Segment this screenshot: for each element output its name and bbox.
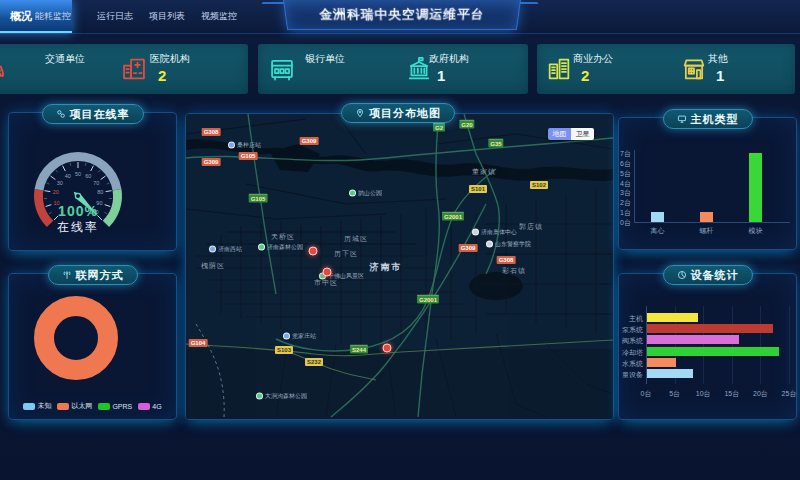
map-mode-卫星[interactable]: 卫星 [571,128,594,140]
gauge-tick-label: 80 [97,189,103,195]
map-place: 济南西站 [209,245,242,254]
stat-label: 银行单位 [305,52,345,66]
car-icon [0,55,7,83]
road-badge-G2001: G2001 [417,295,439,304]
road-badge-G104: G104 [189,339,208,347]
panel-title: 联网方式 [76,268,124,283]
legend-swatch [57,403,69,410]
place-dot [228,142,235,149]
y-category-label: 主机 [619,314,643,324]
stats-card: 商业办公2其他1 [537,44,795,94]
legend-item-GPRS[interactable]: GPRS [98,401,132,411]
y-tick-label: 0台 [620,218,631,228]
gauge-tick [56,170,58,172]
district-label: 彩石镇 [502,266,526,276]
place-label: 济南森林公园 [267,243,303,252]
panel-network-type-header: 联网方式 [48,265,138,285]
office-icon [545,55,573,83]
panel-project-map: G308G309G309G105G309G308G104G105G35G2G20… [185,113,614,420]
map-place: 党家庄站 [283,332,316,341]
platform-title-plate: 金洲科瑞中央空调运维平台 [283,0,521,30]
gauge-tick-label: 50 [75,171,81,177]
gridline [789,306,790,384]
place-label: 济南西站 [218,245,242,254]
y-tick-label: 4台 [620,179,631,189]
legend-item-4G[interactable]: 4G [138,401,161,411]
y-tick-label: 6台 [620,159,631,169]
legend-item-以太网[interactable]: 以太网 [57,401,92,411]
place-dot [283,333,290,340]
road-badge-G308: G308 [497,256,516,264]
bar-量设备 [647,369,693,378]
x-tick-label: 15台 [722,389,742,399]
y-tick-label: 1台 [620,208,631,218]
online-rate-value: 100% [13,203,143,219]
road-badge-G309: G309 [300,137,319,145]
online-rate-label: 在线率 [13,219,143,236]
map-place: 鹊山公园 [349,189,382,198]
gauge-tick-label: 20 [53,189,59,195]
x-tick-label: 0台 [636,389,656,399]
stat-count: 2 [581,67,589,84]
x-category-label: 模块 [739,226,772,236]
gauge-tick-label: 30 [57,180,63,186]
stat-label: 医院机构 [150,52,190,66]
gauge-tick [70,163,71,166]
monitor-icon [677,114,687,124]
network-legend: 未知以太网GPRS4G [9,401,176,411]
district-label: 历下区 [334,249,358,259]
road-badge-S101: S101 [469,185,487,193]
stat-label: 政府机构 [429,52,469,66]
bar-泵系统 [647,324,773,333]
page-title: 金洲科瑞中央空调运维平台 [284,0,520,28]
road-badge-S102: S102 [530,181,548,189]
y-category-label: 阀系统 [619,336,643,346]
district-label: 董家镇 [472,167,496,177]
tab-视频监控[interactable]: 视频监控 [191,0,247,33]
antenna-icon [62,270,72,280]
stat-count: 1 [716,67,724,84]
place-label: 济南奥体中心 [481,228,517,237]
panel-host-type: 主机类型 0台1台2台3台4台5台6台7台离心螺杆模块 [618,117,797,250]
panel-map-header: 项目分布地图 [341,103,455,123]
legend-item-未知[interactable]: 未知 [23,401,51,411]
gauge-tick [63,166,66,171]
panel-device-stats-header: 设备统计 [663,265,753,285]
map-pin-icon [355,108,365,118]
project-marker[interactable] [309,247,318,256]
gauge-tick [47,183,50,184]
legend-label: 4G [152,403,161,410]
link-icon [56,109,66,119]
project-marker[interactable] [383,344,392,353]
road-badge-G105: G105 [239,152,258,160]
donut-segment-ethernet [44,306,108,370]
map-mode-地图[interactable]: 地图 [548,128,571,140]
place-label: 山东警察学院 [495,240,531,249]
panel-online-rate-header: 项目在线率 [42,104,144,124]
place-dot [472,229,479,236]
bar-螺杆 [700,212,713,222]
legend-swatch [138,403,150,410]
road-badge-G308: G308 [202,128,221,136]
map-overlay: G308G309G309G105G309G308G104G105G35G2G20… [186,114,613,419]
legend-swatch [23,403,35,410]
gauge-tick [85,163,86,166]
road-badge-G105: G105 [249,194,268,203]
tab-能耗监控[interactable]: 能耗监控 [25,0,81,33]
gauge-hub [75,193,80,198]
stat-label: 交通单位 [45,52,85,66]
host-type-chart: 0台1台2台3台4台5台6台7台离心螺杆模块 [619,118,796,249]
district-label: 历城区 [344,234,368,244]
device-stats-chart: 0台5台10台15台20台25台主机泵系统阀系统冷却塔水系统量设备 [619,274,796,419]
tab-项目列表[interactable]: 项目列表 [139,0,195,33]
x-tick-label: 10台 [693,389,713,399]
project-marker[interactable] [323,268,332,277]
bar-主机 [647,313,698,322]
bar-冷却塔 [647,347,779,356]
gauge-tick [44,191,50,192]
y-tick-label: 7台 [620,149,631,159]
tab-运行日志[interactable]: 运行日志 [87,0,143,33]
map-type-control: 地图卫星 [548,128,594,140]
legend-swatch [98,403,110,410]
legend-label: 以太网 [71,401,92,411]
